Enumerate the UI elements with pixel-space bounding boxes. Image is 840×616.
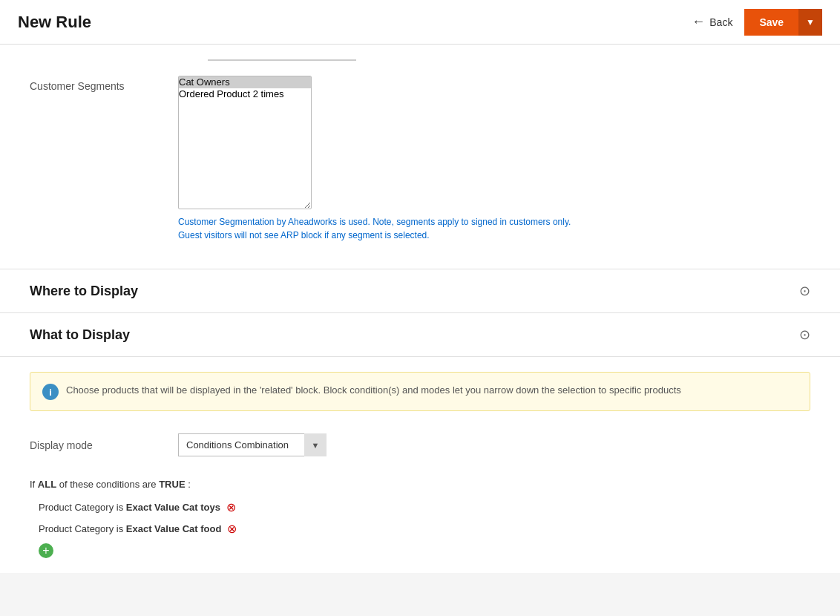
customer-segments-listbox[interactable]: Cat Owners Ordered Product 2 times	[178, 76, 312, 209]
conditions-true-text: TRUE	[159, 479, 185, 490]
condition-2-remove-button[interactable]: ⊗	[227, 522, 237, 536]
save-dropdown-arrow-icon: ▼	[806, 17, 815, 27]
condition-1-label3: Exact Value	[126, 502, 180, 513]
display-mode-row: Display mode Conditions Combination Rela…	[0, 426, 840, 471]
form-section: Customer Segments Cat Owners Ordered Pro…	[0, 45, 840, 269]
condition-1-remove-button[interactable]: ⊗	[226, 500, 236, 514]
where-to-display-chevron-icon: ⊙	[799, 283, 810, 299]
save-button[interactable]: Save	[744, 9, 798, 36]
customer-segments-label: Customer Segments	[30, 76, 178, 92]
what-to-display-header[interactable]: What to Display ⊙	[0, 313, 840, 357]
back-arrow-icon: ←	[692, 14, 705, 30]
conditions-if-text: If	[30, 479, 38, 490]
what-to-display-chevron-icon: ⊙	[799, 327, 810, 343]
segments-hint-text: Customer Segmentation by Aheadworks is u…	[178, 215, 579, 242]
conditions-section: If ALL of these conditions are TRUE : Pr…	[0, 471, 840, 573]
display-mode-select[interactable]: Conditions Combination Related Products …	[178, 433, 327, 456]
conditions-all-text: ALL	[38, 479, 56, 490]
add-condition-button[interactable]: +	[39, 543, 53, 558]
save-button-group: Save ▼	[744, 9, 822, 36]
main-content: Customer Segments Cat Owners Ordered Pro…	[0, 45, 840, 573]
condition-2-value: Cat food	[183, 523, 222, 534]
condition-2-label1: Product Category	[39, 523, 114, 534]
page-header: New Rule ← Back Save ▼	[0, 0, 840, 45]
display-mode-select-wrapper: Conditions Combination Related Products …	[178, 433, 327, 456]
condition-row-2: Product Category is Exact Value Cat food…	[30, 522, 810, 536]
conditions-header-text: If ALL of these conditions are TRUE :	[30, 479, 810, 490]
conditions-middle-text: of these conditions are	[59, 479, 159, 490]
condition-1-label1: Product Category	[39, 502, 114, 513]
input-line-divider	[208, 59, 356, 61]
info-box: i Choose products that will be displayed…	[30, 372, 810, 411]
back-button[interactable]: ← Back	[680, 8, 744, 36]
display-mode-label: Display mode	[30, 439, 178, 451]
condition-2-label2: is	[117, 523, 123, 534]
back-button-label: Back	[709, 16, 732, 28]
save-dropdown-button[interactable]: ▼	[798, 9, 822, 36]
info-icon: i	[42, 384, 59, 400]
add-condition-icon: +	[42, 544, 49, 557]
customer-segments-row: Customer Segments Cat Owners Ordered Pro…	[30, 76, 810, 242]
page-title: New Rule	[18, 13, 91, 32]
segment-option-ordered-product[interactable]: Ordered Product 2 times	[179, 88, 311, 100]
where-to-display-title: Where to Display	[30, 284, 138, 299]
info-box-text: Choose products that will be displayed i…	[66, 383, 681, 398]
condition-1-label2: is	[117, 502, 123, 513]
customer-segments-control: Cat Owners Ordered Product 2 times Custo…	[178, 76, 810, 242]
condition-1-value: Cat toys	[183, 502, 220, 513]
segment-option-cat-owners[interactable]: Cat Owners	[179, 76, 311, 88]
conditions-suffix-text: :	[188, 479, 191, 490]
header-actions: ← Back Save ▼	[680, 8, 822, 36]
what-to-display-title: What to Display	[30, 327, 130, 343]
condition-2-label3: Exact Value	[126, 523, 180, 534]
condition-row-1: Product Category is Exact Value Cat toys…	[30, 500, 810, 514]
where-to-display-header[interactable]: Where to Display ⊙	[0, 269, 840, 313]
add-condition-button-row: +	[30, 543, 810, 558]
